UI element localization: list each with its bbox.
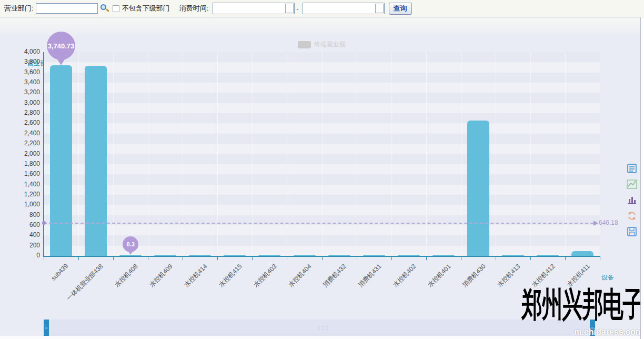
datazoom-left-handle[interactable]: = [44,320,49,336]
legend-label: 终端营业额 [314,40,346,49]
url-watermark: m.chidaress.com [574,327,643,337]
grid-vline [391,52,392,256]
y-tick-label: 1,000 [2,201,40,208]
grid-vline [78,52,79,256]
x-axis-tick [44,257,44,260]
x-axis-label: 水控机404 [287,262,314,290]
chart-toolbox [627,163,638,242]
grid-vline [113,52,114,256]
company-watermark: 郑州兴邦电子 [521,282,643,327]
y-tick-label: 2,800 [2,109,40,116]
line-chart-icon[interactable] [627,179,637,190]
average-line [44,223,593,224]
x-axis-tick [183,257,183,260]
bar [258,255,280,256]
exclude-subdept-checkbox[interactable] [113,5,119,12]
date-to-wrap [303,3,385,14]
grid-vline [287,52,287,256]
y-tick-label: 1,800 [2,160,40,167]
grid-vline [461,52,461,256]
date-from-input[interactable] [213,3,295,14]
bar [328,255,350,256]
max-value-pin: 3,740.73 [47,32,75,65]
x-axis-tick [565,257,566,260]
bar [537,255,559,256]
x-axis-tick [322,257,323,260]
grid-vline [252,52,253,256]
min-value-pin: 0.3 [123,236,138,255]
max-value-pin-tail [56,57,66,65]
x-axis-label: 水控机414 [183,262,210,290]
query-button[interactable]: 查询 [389,3,412,15]
x-axis-tick [426,257,427,260]
x-axis-label: 水控机415 [217,262,245,290]
x-axis-tick [600,257,600,260]
calendar-to-icon[interactable] [375,4,384,13]
bar-chart-icon[interactable] [627,195,637,205]
y-tick-label: 2,000 [2,150,40,157]
max-value-pin-text: 3,740.73 [47,32,75,60]
y-tick-label: 800 [2,211,40,218]
dept-input[interactable] [36,3,98,14]
bar [398,255,420,256]
x-axis-label: 水控机408 [113,262,140,290]
search-icon[interactable] [100,4,109,13]
bar [85,66,107,256]
bar [224,255,246,256]
grid-vline [426,52,427,256]
bottom-edge [0,336,641,339]
grid-vline [496,52,496,256]
grid-vline [183,52,183,256]
search-handle [106,8,109,12]
x-axis-tick [357,257,357,260]
average-line-start-dot [42,221,46,225]
y-tick-label: 400 [2,231,40,238]
x-axis-label: 水控机402 [391,262,418,290]
min-value-pin-tail [127,249,134,255]
date-to-input[interactable] [303,3,385,14]
calendar-from-icon[interactable] [285,4,294,13]
y-tick-label: 3,200 [2,88,40,96]
bar [119,255,142,256]
x-axis-name: 设备 [601,273,614,282]
data-view-icon[interactable] [627,163,637,174]
x-axis-tick [530,257,531,260]
grid-vline [322,52,323,256]
y-tick-label: 2,200 [2,139,40,147]
y-tick-label: 200 [2,242,40,249]
legend-swatch [298,41,311,48]
x-axis-tick [252,257,253,260]
y-tick-label: 2,400 [2,129,40,137]
x-axis-label: sub439 [49,262,69,282]
x-axis-label: 消费机431 [356,262,384,290]
exclude-subdept-label: 不包含下级部门 [122,4,170,13]
right-border [640,0,641,339]
y-tick-label: 3,000 [2,99,40,106]
y-tick-label: 1,400 [2,181,40,188]
grid-vline [357,52,357,256]
x-axis-label: 一体机营业部438 [65,262,105,303]
save-image-icon[interactable] [627,226,637,237]
grid-vline [217,52,218,256]
x-axis-tick [287,257,287,260]
bar [363,255,385,256]
y-axis-line [43,52,44,257]
bar [571,251,593,256]
datazoom-grip-dots[interactable] [317,325,329,331]
y-tick-label: 600 [2,221,40,228]
x-axis-tick [461,257,461,260]
bar [502,255,524,256]
legend-item-terminal-revenue[interactable]: 终端营业额 [298,40,346,49]
dept-label: 营业部门: [4,4,34,13]
x-axis-label: 水控机413 [495,262,522,290]
x-axis-tick [217,257,218,260]
restore-icon[interactable] [627,211,637,221]
x-axis-label: 水控机401 [426,262,453,290]
bar [294,255,316,256]
datazoom-track[interactable]: = = [44,320,596,336]
bar [467,121,489,256]
grid-vline [565,52,566,256]
x-axis-tick [148,257,148,260]
x-axis-tick [113,257,114,260]
top-toolbar: 营业部门: 不包含下级部门 消费时间: - 查询 [0,0,644,17]
